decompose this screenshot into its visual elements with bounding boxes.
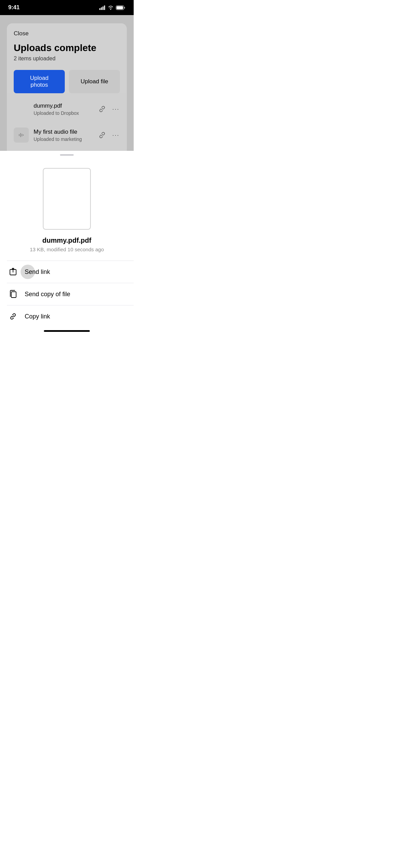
svg-rect-2 <box>102 7 104 10</box>
copy-link-icon[interactable] <box>98 131 106 139</box>
upload-file-button[interactable]: Upload file <box>69 70 120 93</box>
close-button[interactable]: Close <box>14 30 120 37</box>
svg-rect-6 <box>124 7 125 9</box>
overlay-background: Close Uploads complete 2 items uploaded … <box>0 15 134 151</box>
svg-rect-11 <box>23 134 24 136</box>
list-item[interactable]: My first audio file Uploaded to marketin… <box>7 122 127 148</box>
file-location: Uploaded to Dropbox <box>34 110 93 116</box>
tap-ripple <box>21 265 35 279</box>
wifi-icon <box>108 5 114 10</box>
file-info: dummy.pdf Uploaded to Dropbox <box>34 103 93 116</box>
uploads-subtitle: 2 items uploaded <box>14 56 120 62</box>
file-name: dummy.pdf <box>34 103 93 109</box>
svg-point-4 <box>110 9 111 10</box>
link-icon <box>8 312 18 321</box>
file-list: dummy.pdf Uploaded to Dropbox ··· <box>7 93 127 151</box>
signal-icon <box>99 5 106 10</box>
uploads-sheet: Close Uploads complete 2 items uploaded … <box>7 23 127 93</box>
preview-filename: dummy.pdf.pdf <box>42 237 92 244</box>
upload-buttons: Upload photos Upload file <box>14 70 120 93</box>
send-link-action[interactable]: Send link <box>0 261 134 283</box>
audio-thumb <box>14 128 29 143</box>
svg-rect-9 <box>20 133 21 137</box>
file-actions: ··· <box>98 131 120 139</box>
svg-rect-0 <box>99 8 100 10</box>
copy-link-action[interactable]: Copy link <box>0 305 134 327</box>
svg-rect-10 <box>22 134 22 136</box>
svg-rect-8 <box>19 134 20 136</box>
list-item[interactable]: dummy.pdf Uploaded to Dropbox ··· <box>7 96 127 122</box>
file-thumb-placeholder <box>14 101 29 117</box>
action-list: Send link Send copy of file Copy link <box>0 261 134 327</box>
copy-link-icon[interactable] <box>98 105 106 113</box>
share-icon <box>8 267 18 277</box>
battery-icon <box>116 5 125 10</box>
copy-link-label: Copy link <box>25 313 50 320</box>
home-indicator <box>44 330 90 332</box>
uploads-title: Uploads complete <box>14 43 120 53</box>
file-preview: dummy.pdf.pdf 13 KB, modified 10 seconds… <box>0 161 134 261</box>
svg-rect-1 <box>101 7 102 10</box>
svg-rect-13 <box>11 292 16 298</box>
status-time: 9:41 <box>8 4 20 11</box>
file-location: Uploaded to marketing <box>34 136 93 142</box>
svg-rect-3 <box>104 5 105 10</box>
send-copy-label: Send copy of file <box>25 291 70 298</box>
bottom-sheet: dummy.pdf.pdf 13 KB, modified 10 seconds… <box>0 154 134 332</box>
send-copy-action[interactable]: Send copy of file <box>0 283 134 305</box>
upload-photos-button[interactable]: Upload photos <box>14 70 65 93</box>
status-icons <box>99 5 125 10</box>
pdf-preview-box <box>43 168 91 230</box>
svg-rect-7 <box>117 6 123 9</box>
more-options-icon[interactable]: ··· <box>112 131 120 139</box>
file-name: My first audio file <box>34 129 93 135</box>
file-actions: ··· <box>98 105 120 113</box>
preview-meta: 13 KB, modified 10 seconds ago <box>30 246 104 252</box>
sheet-handle <box>60 154 74 156</box>
more-options-icon[interactable]: ··· <box>112 105 120 113</box>
status-bar: 9:41 <box>0 0 134 15</box>
file-info: My first audio file Uploaded to marketin… <box>34 129 93 142</box>
copy-icon <box>8 289 18 299</box>
